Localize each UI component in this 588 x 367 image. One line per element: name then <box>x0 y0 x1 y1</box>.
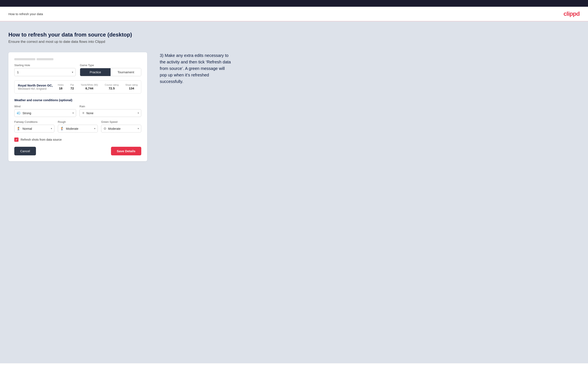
placeholder-tabs <box>14 58 141 60</box>
tab-placeholder-1 <box>14 58 35 60</box>
course-rating-value: 72.5 <box>109 86 115 90</box>
par-label: Par <box>70 83 74 86</box>
page-heading: How to refresh your data from source (de… <box>9 32 579 38</box>
conditions-grid: Fairway Conditions 🏌 Normal ▾ Rough 🏌 <box>14 120 141 133</box>
rain-field: Rain ☀ None ▾ <box>79 105 141 117</box>
logo: clippd <box>564 10 579 17</box>
green-speed-arrow-icon: ▾ <box>138 127 139 130</box>
rough-arrow-icon: ▾ <box>94 127 95 130</box>
form-card: Starting Hole 1 ▾ Game Type Practice Tou… <box>9 52 147 161</box>
course-location: Westward Ho!, England <box>18 87 53 90</box>
wind-select-wrapper[interactable]: 💨 Strong ▾ <box>14 109 76 117</box>
slope-rating-label: Slope rating <box>125 83 138 86</box>
refresh-checkbox[interactable] <box>14 138 18 142</box>
game-type-label: Game Type <box>80 64 141 67</box>
wind-rain-row: Wind 💨 Strong ▾ Rain ☀ <box>14 105 141 117</box>
practice-button[interactable]: Practice <box>80 68 111 76</box>
course-box: Royal North Devon GC, Westward Ho!, Engl… <box>14 80 141 93</box>
wind-select[interactable]: Strong <box>23 111 72 115</box>
course-info: Royal North Devon GC, Westward Ho!, Engl… <box>18 83 53 90</box>
starting-hole-game-type-row: Starting Hole 1 ▾ Game Type Practice Tou… <box>14 64 141 76</box>
fairway-arrow-icon: ▾ <box>51 127 52 130</box>
cancel-button[interactable]: Cancel <box>14 147 36 155</box>
slope-rating-value: 134 <box>129 86 134 90</box>
rain-arrow-icon: ▾ <box>138 112 139 114</box>
tournament-button[interactable]: Tournament <box>111 68 141 76</box>
holes-value: 18 <box>59 86 62 90</box>
wind-field: Wind 💨 Strong ▾ <box>14 105 76 117</box>
green-speed-icon: ⚙ <box>104 127 106 131</box>
starting-hole-col: Starting Hole 1 ▾ <box>14 64 76 76</box>
green-speed-label: Green Speed <box>101 120 141 124</box>
yards-value: 6,744 <box>85 86 93 90</box>
green-speed-select-wrapper[interactable]: ⚙ Moderate ▾ <box>101 125 141 133</box>
rain-select[interactable]: None <box>86 111 137 115</box>
tab-placeholder-2 <box>37 58 53 60</box>
fairway-field: Fairway Conditions 🏌 Normal ▾ <box>14 120 54 133</box>
rough-label: Rough <box>58 120 98 124</box>
yards-stat: Yards/White (M)) 6,744 <box>81 83 98 90</box>
wind-label: Wind <box>14 105 76 108</box>
starting-hole-select-wrapper: 1 ▾ <box>14 68 76 76</box>
fairway-select-wrapper[interactable]: 🏌 Normal ▾ <box>14 125 54 133</box>
holes-label: Holes <box>58 83 64 86</box>
rain-icon: ☀ <box>82 111 85 115</box>
green-speed-select[interactable]: Moderate <box>108 127 137 130</box>
slope-rating-stat: Slope rating 134 <box>125 83 138 90</box>
top-bar <box>0 0 588 7</box>
refresh-checkbox-row: Refresh shots from data source <box>14 138 141 142</box>
content-layout: Starting Hole 1 ▾ Game Type Practice Tou… <box>9 52 579 161</box>
header: How to refresh your data clippd <box>0 7 588 21</box>
rough-field: Rough 🏌 Moderate ▾ <box>58 120 98 133</box>
course-rating-stat: Course rating 72.5 <box>105 83 119 90</box>
course-name: Royal North Devon GC, <box>18 83 53 87</box>
button-row: Cancel Save Details <box>14 147 141 155</box>
starting-hole-select[interactable]: 1 <box>14 68 76 76</box>
fairway-select[interactable]: Normal <box>23 127 50 130</box>
header-title: How to refresh your data <box>9 12 43 16</box>
rough-select-wrapper[interactable]: 🏌 Moderate ▾ <box>58 125 98 133</box>
conditions-title: Weather and course conditions (optional) <box>14 99 141 102</box>
fairway-label: Fairway Conditions <box>14 120 54 124</box>
refresh-label: Refresh shots from data source <box>21 138 62 141</box>
rough-icon: 🏌 <box>60 127 64 131</box>
green-speed-field: Green Speed ⚙ Moderate ▾ <box>101 120 141 133</box>
save-button[interactable]: Save Details <box>111 147 141 155</box>
wind-arrow-icon: ▾ <box>72 112 74 114</box>
starting-hole-label: Starting Hole <box>14 64 76 67</box>
game-type-buttons: Practice Tournament <box>80 68 141 76</box>
fairway-icon: 🏌 <box>17 127 21 131</box>
main-content: How to refresh your data from source (de… <box>0 21 588 363</box>
sidebar-text: 3) Make any extra edits necessary to the… <box>160 52 231 85</box>
page-subheading: Ensure the correct and most up to date d… <box>9 40 579 44</box>
course-rating-label: Course rating <box>105 83 119 86</box>
par-stat: Par 72 <box>70 83 74 90</box>
yards-label: Yards/White (M)) <box>81 83 98 86</box>
rain-select-wrapper[interactable]: ☀ None ▾ <box>79 109 141 117</box>
par-value: 72 <box>70 86 74 90</box>
conditions-section: Weather and course conditions (optional)… <box>14 99 141 133</box>
holes-stat: Holes 18 <box>58 83 64 90</box>
course-stats: Holes 18 Par 72 Yards/White (M)) 6,744 <box>58 83 138 90</box>
rain-label: Rain <box>79 105 141 108</box>
footer: Copyright Clippd 2022 <box>0 363 588 367</box>
course-top: Royal North Devon GC, Westward Ho!, Engl… <box>18 83 138 90</box>
game-type-col: Game Type Practice Tournament <box>80 64 141 76</box>
rough-select[interactable]: Moderate <box>66 127 94 130</box>
wind-icon: 💨 <box>17 111 21 115</box>
